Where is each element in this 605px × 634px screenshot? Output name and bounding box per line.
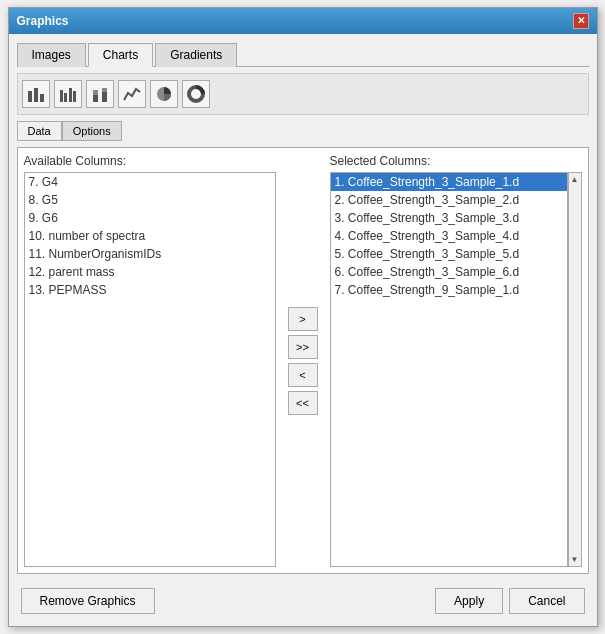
move-right-all-button[interactable]: >> (288, 335, 318, 359)
data-options-tabs: Data Options (17, 121, 589, 141)
ring-chart-icon[interactable] (182, 80, 210, 108)
main-tabs: Images Charts Gradients (17, 42, 589, 67)
selected-columns-label: Selected Columns: (330, 154, 582, 168)
available-column-item[interactable]: 13. PEPMASS (25, 281, 275, 299)
move-left-all-button[interactable]: << (288, 391, 318, 415)
available-column-item[interactable]: 9. G6 (25, 209, 275, 227)
svg-rect-1 (34, 88, 38, 102)
svg-rect-10 (102, 88, 107, 92)
svg-rect-8 (93, 90, 98, 95)
move-left-one-button[interactable]: < (288, 363, 318, 387)
svg-rect-5 (69, 88, 72, 102)
selected-column-item[interactable]: 6. Coffee_Strength_3_Sample_6.d (331, 263, 567, 281)
graphics-window: Graphics ✕ Images Charts Gradients (8, 7, 598, 627)
title-bar-buttons: ✕ (573, 13, 589, 29)
svg-rect-7 (93, 95, 98, 102)
window-content: Images Charts Gradients (9, 34, 597, 626)
selected-scroll: ▲ ▼ (568, 172, 582, 567)
selected-column-item[interactable]: 7. Coffee_Strength_9_Sample_1.d (331, 281, 567, 299)
cancel-button[interactable]: Cancel (509, 588, 584, 614)
selected-column-item[interactable]: 5. Coffee_Strength_3_Sample_5.d (331, 245, 567, 263)
window-title: Graphics (17, 14, 69, 28)
selected-column-item[interactable]: 4. Coffee_Strength_3_Sample_4.d (331, 227, 567, 245)
svg-rect-4 (64, 93, 67, 102)
svg-rect-2 (40, 94, 44, 102)
available-column-item[interactable]: 7. G4 (25, 173, 275, 191)
svg-rect-9 (102, 92, 107, 102)
pie-chart-icon[interactable] (150, 80, 178, 108)
apply-button[interactable]: Apply (435, 588, 503, 614)
available-column-item[interactable]: 11. NumberOrganismIDs (25, 245, 275, 263)
svg-rect-6 (73, 91, 76, 102)
tab-images[interactable]: Images (17, 43, 86, 67)
close-button[interactable]: ✕ (573, 13, 589, 29)
selected-column-item[interactable]: 2. Coffee_Strength_3_Sample_2.d (331, 191, 567, 209)
available-columns-label: Available Columns: (24, 154, 276, 168)
tab-data[interactable]: Data (17, 121, 62, 141)
bar-chart-icon[interactable] (22, 80, 50, 108)
tab-charts[interactable]: Charts (88, 43, 153, 67)
stacked-bar-icon[interactable] (86, 80, 114, 108)
selected-column-item[interactable]: 3. Coffee_Strength_3_Sample_3.d (331, 209, 567, 227)
bottom-right-buttons: Apply Cancel (435, 588, 584, 614)
grouped-bar-icon[interactable] (54, 80, 82, 108)
transfer-buttons: > >> < << (284, 154, 322, 567)
bottom-bar: Remove Graphics Apply Cancel (17, 580, 589, 618)
tab-options[interactable]: Options (62, 121, 122, 141)
svg-rect-3 (60, 90, 63, 102)
selected-column-item[interactable]: 1. Coffee_Strength_3_Sample_1.d (331, 173, 567, 191)
available-columns-list[interactable]: 7. G48. G59. G610. number of spectra11. … (24, 172, 276, 567)
available-column-item[interactable]: 10. number of spectra (25, 227, 275, 245)
title-bar: Graphics ✕ (9, 8, 597, 34)
scroll-down-arrow[interactable]: ▼ (569, 553, 581, 566)
columns-area: Available Columns: 7. G48. G59. G610. nu… (17, 147, 589, 574)
svg-rect-0 (28, 91, 32, 102)
selected-columns-section: Selected Columns: 1. Coffee_Strength_3_S… (330, 154, 582, 567)
line-chart-icon[interactable] (118, 80, 146, 108)
available-columns-section: Available Columns: 7. G48. G59. G610. nu… (24, 154, 276, 567)
chart-types-bar (17, 73, 589, 115)
selected-columns-list[interactable]: 1. Coffee_Strength_3_Sample_1.d2. Coffee… (330, 172, 568, 567)
tab-gradients[interactable]: Gradients (155, 43, 237, 67)
move-right-one-button[interactable]: > (288, 307, 318, 331)
scroll-up-arrow[interactable]: ▲ (569, 173, 581, 186)
remove-graphics-button[interactable]: Remove Graphics (21, 588, 155, 614)
available-column-item[interactable]: 12. parent mass (25, 263, 275, 281)
available-column-item[interactable]: 8. G5 (25, 191, 275, 209)
